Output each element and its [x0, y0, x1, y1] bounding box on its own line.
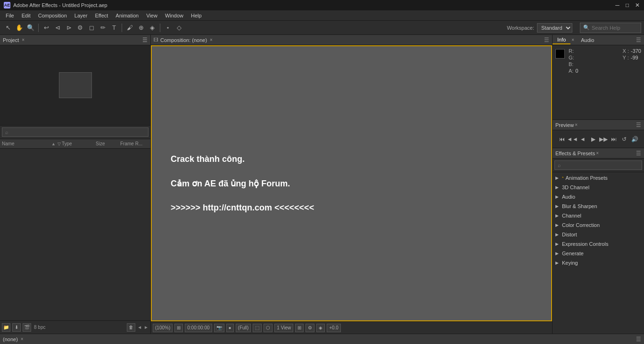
project-panel-title: Project [3, 37, 19, 43]
effect-channel[interactable]: ▶ Channel [553, 211, 644, 220]
new-comp-button[interactable]: 🎬 [23, 323, 31, 332]
timeline-header: (none) × ☰ [0, 334, 644, 344]
effect-keying[interactable]: ▶ Keying [553, 258, 644, 268]
timeline-panel: (none) × ☰ ⌕ ⊞ ⊟ 🔒 ◈ 👁 ♪ ◎ ⚙ fx ◇ ⬡ 3D S… [0, 334, 644, 344]
effects-panel-close[interactable]: × [596, 151, 599, 156]
search-icon: 🔍 [583, 25, 590, 31]
tool-hand[interactable]: ✋ [14, 23, 25, 33]
preview-last-frame[interactable]: ⏭ [610, 135, 618, 143]
preview-loop[interactable]: ↺ [620, 135, 628, 143]
preview-back[interactable]: ◄ [578, 135, 587, 143]
col-type-header: Type [62, 141, 95, 146]
search-help-box[interactable]: 🔍 [580, 23, 641, 33]
menu-window[interactable]: Window [161, 12, 187, 19]
scroll-right-icon[interactable]: ► [144, 325, 149, 330]
menu-animation[interactable]: Animation [112, 12, 142, 19]
tool-extra[interactable]: ◇ [174, 23, 184, 33]
search-help-input[interactable] [592, 25, 638, 31]
effect-animation-presets-label: Animation Presets [566, 175, 608, 181]
effect-distort[interactable]: ▶ Distort [553, 230, 644, 239]
comp-settings-icon[interactable]: ⚙ [305, 324, 314, 332]
tool-arrow[interactable]: ↖ [3, 23, 13, 33]
preview-panel-header: Preview × ☰ [553, 120, 644, 130]
menu-view[interactable]: View [142, 12, 161, 19]
composition-tab[interactable]: Composition: (none) [160, 37, 207, 43]
effect-animation-presets[interactable]: ▶ * Animation Presets [553, 173, 644, 183]
timeline-tab-close[interactable]: × [21, 336, 24, 342]
timecode-display[interactable]: 0:00:00:00 [185, 324, 212, 332]
menu-layer[interactable]: Layer [71, 12, 91, 19]
project-file-list [0, 149, 150, 320]
project-search-input[interactable] [2, 127, 149, 137]
menu-edit[interactable]: Edit [18, 12, 34, 19]
transparency-grid[interactable]: ⬡ [264, 324, 272, 332]
tool-undo[interactable]: ↩ [41, 23, 51, 33]
menu-composition[interactable]: Composition [34, 12, 71, 19]
offset-display[interactable]: +0.0 [327, 324, 341, 332]
tool-text[interactable]: T [109, 23, 119, 33]
effect-arrow-icon: ▶ [555, 251, 560, 256]
tool-brush[interactable]: 🖌 [124, 23, 135, 33]
comp-tab-close[interactable]: × [210, 37, 213, 42]
effects-search-input[interactable] [554, 160, 642, 170]
new-folder-button[interactable]: 📁 [2, 323, 10, 332]
preview-audio[interactable]: 🔊 [630, 135, 639, 143]
tab-info[interactable]: Info [553, 36, 570, 44]
info-tab-close[interactable]: × [571, 37, 574, 42]
quality-control[interactable]: (Full) [236, 324, 251, 332]
tool-zoom[interactable]: 🔍 [25, 23, 36, 33]
project-panel-menu-icon[interactable]: ☰ [142, 37, 148, 43]
import-button[interactable]: ⬇ [12, 323, 21, 332]
menu-help[interactable]: Help [187, 12, 206, 19]
preview-quality-icon[interactable]: ◈ [316, 324, 325, 332]
info-audio-tabs: Info × Audio ☰ [553, 35, 644, 45]
timeline-panel-menu[interactable]: ☰ [636, 336, 641, 343]
effect-blur-sharpen[interactable]: ▶ Blur & Sharpen [553, 201, 644, 211]
effect-generate[interactable]: ▶ Generate [553, 249, 644, 258]
tool-eraser[interactable]: ◈ [147, 23, 157, 33]
tool-step-back[interactable]: ⊲ [52, 23, 63, 33]
effects-panel-menu[interactable]: ☰ [636, 150, 641, 157]
project-panel-close[interactable]: × [22, 37, 25, 42]
title-bar-controls: ─ □ ✕ [614, 2, 640, 8]
info-panel-menu[interactable]: ☰ [636, 37, 644, 43]
tool-mask[interactable]: ◻ [86, 23, 97, 33]
tool-settings[interactable]: ⚙ [75, 23, 85, 33]
preview-target-icon[interactable]: ● [226, 324, 234, 332]
effect-expression-controls[interactable]: ▶ Expression Controls [553, 239, 644, 249]
x-value: -370 [631, 48, 641, 54]
effect-audio[interactable]: ▶ Audio [553, 192, 644, 201]
a-label: A: [569, 68, 573, 74]
preview-forward[interactable]: ▶▶ [599, 135, 608, 143]
preview-first-frame[interactable]: ⏮ [558, 135, 566, 143]
preview-panel-menu[interactable]: ☰ [636, 122, 641, 128]
view-control[interactable]: 1 View [274, 324, 293, 332]
zoom-control[interactable]: (100%) [153, 324, 173, 332]
color-values: R: G: B: A: 0 [569, 48, 578, 117]
close-button[interactable]: ✕ [634, 2, 640, 8]
maximize-button[interactable]: □ [624, 2, 630, 8]
camera-icon[interactable]: 📷 [214, 324, 224, 332]
region-of-interest[interactable]: ⬚ [253, 324, 262, 332]
preview-step-back[interactable]: ◄◄ [568, 135, 577, 143]
effect-arrow-icon: ▶ [555, 176, 560, 180]
tool-clone[interactable]: ⊕ [136, 23, 146, 33]
menu-effect[interactable]: Effect [91, 12, 112, 19]
effect-3d-channel[interactable]: ▶ 3D Channel [553, 183, 644, 192]
preview-play[interactable]: ▶ [589, 135, 597, 143]
render-status[interactable]: ⊞ [295, 324, 304, 332]
minimize-button[interactable]: ─ [614, 2, 620, 8]
tab-audio[interactable]: Audio [576, 36, 599, 44]
snap-grid-icon[interactable]: ⊞ [174, 324, 183, 332]
tool-puppet[interactable]: ⋆ [163, 23, 173, 33]
col-size-header: Size [96, 141, 119, 146]
workspace-dropdown[interactable]: Standard [537, 23, 572, 33]
effect-color-correction[interactable]: ▶ Color Correction [553, 220, 644, 230]
scroll-left-icon[interactable]: ◄ [137, 325, 142, 330]
tool-pen[interactable]: ✏ [98, 23, 108, 33]
preview-panel-close[interactable]: × [575, 122, 578, 127]
menu-file[interactable]: File [2, 12, 18, 19]
delete-button[interactable]: 🗑 [127, 323, 135, 332]
tool-step-fwd[interactable]: ⊳ [64, 23, 74, 33]
comp-panel-menu[interactable]: ☰ [544, 37, 549, 43]
